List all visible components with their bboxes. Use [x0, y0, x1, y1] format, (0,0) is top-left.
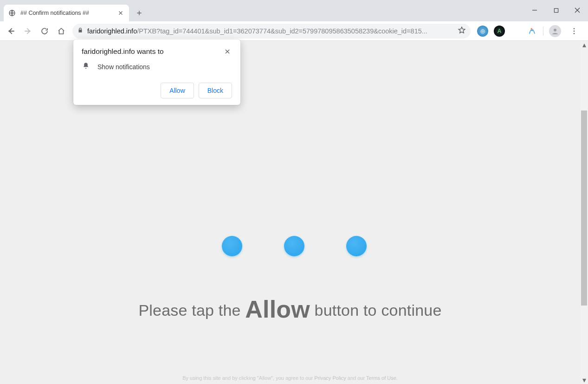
- bookmark-button[interactable]: [458, 26, 466, 36]
- permission-close-button[interactable]: [223, 47, 232, 56]
- headline-text: Please tap the: [138, 301, 245, 319]
- svg-rect-1: [554, 8, 558, 12]
- page-headline: Please tap the Allow button to continue: [0, 295, 580, 323]
- home-button[interactable]: [54, 24, 69, 39]
- bell-icon: [82, 62, 90, 72]
- globe-icon: [8, 9, 16, 17]
- new-tab-button[interactable]: [133, 7, 146, 20]
- url-text: faridorighled.info/PTXB?tag_id=744401&su…: [87, 27, 427, 35]
- svg-point-6: [574, 33, 575, 34]
- block-button[interactable]: Block: [199, 83, 232, 98]
- svg-point-3: [554, 28, 556, 31]
- vertical-scrollbar[interactable]: ▴ ▾: [580, 41, 588, 384]
- reload-button[interactable]: [37, 24, 52, 39]
- extensions-area: ◎ A: [474, 24, 584, 39]
- window-controls: [524, 0, 588, 21]
- browser-tab[interactable]: ## Confirm notifications ##: [4, 5, 129, 21]
- loading-dot: [222, 236, 242, 256]
- tab-title: ## Confirm notifications ##: [20, 10, 112, 16]
- toolbar: faridorighled.info/PTXB?tag_id=744401&su…: [0, 21, 588, 41]
- svg-point-2: [531, 28, 532, 29]
- legal-text: By using this site and by clicking "Allo…: [0, 375, 580, 381]
- lock-icon: [77, 27, 84, 35]
- privacy-policy-link[interactable]: Privacy Policy: [314, 375, 346, 381]
- loading-dots: [222, 236, 367, 256]
- svg-point-4: [574, 28, 575, 29]
- window-close-button[interactable]: [567, 3, 588, 18]
- profile-button[interactable]: [549, 25, 561, 37]
- minimize-button[interactable]: [524, 3, 545, 18]
- url-path: /PTXB?tag_id=744401&sub_id1=362073774&su…: [137, 27, 427, 35]
- allow-button[interactable]: Allow: [161, 83, 194, 98]
- permission-dialog: faridorighled.info wants to Show notific…: [73, 39, 240, 105]
- loading-dot: [284, 236, 304, 256]
- tab-close-button[interactable]: [117, 9, 124, 17]
- headline-emphasis: Allow: [245, 296, 310, 323]
- extension-icon[interactable]: A: [494, 26, 505, 37]
- extension-icon[interactable]: ◎: [477, 26, 488, 37]
- forward-button: [20, 24, 35, 39]
- back-button[interactable]: [4, 24, 19, 39]
- scroll-up-button[interactable]: ▴: [580, 41, 588, 49]
- browser-menu-button[interactable]: [567, 24, 582, 39]
- address-bar[interactable]: faridorighled.info/PTXB?tag_id=744401&su…: [72, 24, 471, 39]
- permission-item: Show notifications: [97, 63, 150, 71]
- permission-title: faridorighled.info wants to: [82, 47, 164, 56]
- extension-icon[interactable]: [526, 26, 537, 37]
- maximize-button[interactable]: [545, 3, 567, 18]
- headline-text: button to continue: [310, 301, 442, 319]
- url-host: faridorighled.info: [87, 27, 137, 35]
- titlebar: ## Confirm notifications ##: [0, 0, 588, 21]
- divider: [543, 26, 543, 36]
- scroll-thumb[interactable]: [581, 111, 587, 306]
- terms-of-use-link[interactable]: Terms of Use: [366, 375, 396, 381]
- loading-dot: [346, 236, 367, 256]
- svg-point-5: [574, 30, 575, 32]
- scroll-down-button[interactable]: ▾: [580, 376, 588, 384]
